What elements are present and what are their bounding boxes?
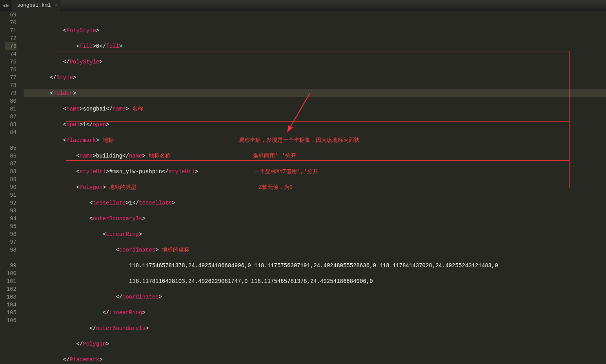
tag-placemark: Placemark <box>66 137 96 143</box>
line-number: 94 <box>5 215 16 223</box>
nav-forward-icon[interactable]: ▶ <box>6 2 9 9</box>
line-number: 105 <box>5 309 16 317</box>
line-number: 99 <box>5 262 16 270</box>
line-number: 106 <box>5 317 16 324</box>
line-number: 79 <box>5 89 16 97</box>
line-number: 74 <box>5 50 16 58</box>
line-number <box>5 254 16 262</box>
line-number: 101 <box>5 277 16 285</box>
line-number: 86 <box>5 152 16 160</box>
tag-open: open <box>66 121 80 128</box>
tab-bar: ◀ ▶ songbai.kml × <box>0 0 606 11</box>
line-number: 97 <box>5 238 16 246</box>
tag-tessellate: tessellate <box>93 200 126 206</box>
line-number: 102 <box>5 285 16 293</box>
line-number: 89 <box>5 176 16 183</box>
tag-fill: fill <box>80 43 93 49</box>
nav-back-icon[interactable]: ◀ <box>2 2 5 9</box>
line-number: 81 <box>5 105 16 113</box>
annotation-polygon: 地标的类型 <box>109 184 136 190</box>
annotation-name: 名称 <box>132 106 143 112</box>
line-gutter: 6970717273747576777879808182838485868788… <box>0 11 24 364</box>
line-number: 100 <box>5 270 16 277</box>
line-number: 90 <box>5 183 16 191</box>
line-number: 72 <box>5 34 16 42</box>
line-number: 92 <box>5 199 16 207</box>
close-icon[interactable]: × <box>55 3 57 8</box>
line-number: 78 <box>5 81 16 89</box>
line-number: 75 <box>5 58 16 66</box>
tag-styleurl: styleUrl <box>80 168 106 175</box>
code-area[interactable]: <PolyStyle> <fill><fill>0</fill>0</fill>… <box>24 11 606 364</box>
tag-name: name <box>66 106 80 112</box>
tag-outerboundary: outerBoundaryIs <box>93 216 142 222</box>
line-number: 104 <box>5 301 16 309</box>
tag-linearring: LinearRing <box>106 231 139 237</box>
tag-polystyle: PolyStyle <box>66 27 96 34</box>
tab-filename: songbai.kml <box>17 2 51 8</box>
annotation-note4: Z轴无值，为0 <box>258 184 293 190</box>
line-number: 103 <box>5 293 16 301</box>
nav-arrows: ◀ ▶ <box>0 2 12 9</box>
line-number: 80 <box>5 97 16 105</box>
line-number: 95 <box>5 223 16 230</box>
line-number: 98 <box>5 246 16 254</box>
line-number <box>5 136 16 144</box>
line-number: 96 <box>5 230 16 238</box>
file-tab[interactable]: songbai.kml × <box>12 0 61 11</box>
line-number: 82 <box>5 113 16 121</box>
line-number: 93 <box>5 207 16 215</box>
coords-line1: 118.1175465781378,24.49254186684906,0 11… <box>129 263 501 269</box>
tag-polygon: Polygon <box>80 184 103 190</box>
annotation-coords: 地标的坐标 <box>162 247 189 253</box>
line-number: 69 <box>5 11 16 19</box>
annotation-note3: 一个坐标XYZ值用','分开 <box>254 168 318 175</box>
tag-folder: Folder <box>53 90 73 96</box>
annotation-pm-name: 地标名称 <box>149 153 171 159</box>
line-number: 88 <box>5 168 16 176</box>
tab-bar-bg <box>60 0 606 11</box>
line-number: 76 <box>5 66 16 74</box>
line-number: 77 <box>5 74 16 81</box>
annotation-note2: 坐标间用' '分开 <box>253 153 296 159</box>
line-number: 71 <box>5 27 16 34</box>
line-number: 91 <box>5 191 16 199</box>
line-number: 83 <box>5 121 16 129</box>
line-number: 70 <box>5 19 16 27</box>
coords-line2: 118.1178116428103,24.4926229081747,0 118… <box>129 278 376 284</box>
tag-style: Style <box>56 74 73 81</box>
line-number: 85 <box>5 144 16 152</box>
editor[interactable]: 6970717273747576777879808182838485868788… <box>0 11 606 364</box>
line-number: 87 <box>5 160 16 168</box>
line-number: 73 <box>5 42 16 50</box>
line-number: 84 <box>5 129 16 136</box>
annotation-placemark: 地标 <box>103 137 114 143</box>
annotation-note1: 观察坐标，发现是一个坐标集，因为该地标为面状 <box>239 137 360 143</box>
tag-coordinates: coordinates <box>119 247 155 253</box>
